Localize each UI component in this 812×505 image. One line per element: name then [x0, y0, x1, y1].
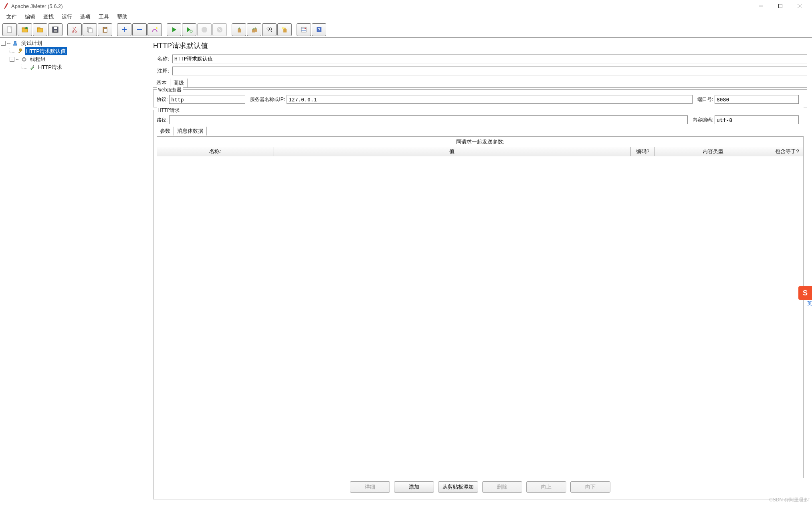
watermark: CSDN @阿里嘎多f	[769, 497, 810, 503]
menu-edit[interactable]: 编辑	[21, 12, 39, 21]
svg-point-29	[190, 30, 192, 32]
expand-icon[interactable]	[117, 23, 131, 36]
protocol-label: 协议:	[157, 96, 168, 103]
open-templates-icon[interactable]	[18, 23, 32, 36]
window-title: Apache JMeter (5.6.2)	[11, 3, 752, 9]
port-input[interactable]	[715, 95, 799, 104]
col-value[interactable]: 值	[273, 147, 631, 156]
svg-marker-44	[283, 27, 287, 29]
server-label: 服务器名称或IP:	[250, 96, 285, 103]
comment-input[interactable]	[172, 67, 807, 75]
tab-basic[interactable]: 基本	[153, 79, 170, 87]
open-icon[interactable]	[33, 23, 47, 36]
path-label: 路径:	[157, 117, 168, 123]
name-input[interactable]	[172, 55, 807, 63]
delete-button[interactable]: 删除	[482, 481, 522, 493]
col-include-eq[interactable]: 包含等于?	[771, 147, 803, 156]
panel-title: HTTP请求默认值	[153, 41, 807, 50]
tree-row-testplan[interactable]: − 测试计划	[1, 39, 147, 47]
clear-all-icon[interactable]	[247, 23, 261, 36]
stop-icon[interactable]	[197, 23, 212, 36]
svg-rect-4	[7, 27, 12, 32]
close-button[interactable]	[790, 0, 809, 12]
tree-row-http-defaults[interactable]: HTTP请求默认值	[1, 47, 147, 55]
cut-icon[interactable]	[67, 23, 82, 36]
title-bar: Apache JMeter (5.6.2)	[0, 0, 812, 12]
menu-options[interactable]: 选项	[76, 12, 95, 21]
save-icon[interactable]	[48, 23, 63, 36]
svg-rect-43	[283, 29, 287, 32]
encoding-input[interactable]	[715, 115, 799, 124]
ime-badge-icon[interactable]: S	[798, 286, 812, 300]
tree-toggle-icon[interactable]: −	[1, 41, 6, 46]
encoding-label: 内容编码:	[693, 117, 713, 123]
flask-icon	[12, 40, 18, 46]
tab-body[interactable]: 消息体数据	[174, 127, 207, 135]
app-window: Apache JMeter (5.6.2) 文件 编辑 查找 运行 选项 工具 …	[0, 0, 812, 505]
start-no-timers-icon[interactable]	[182, 23, 196, 36]
svg-rect-54	[33, 65, 34, 67]
detail-button[interactable]: 详细	[350, 481, 390, 493]
col-name[interactable]: 名称:	[157, 147, 273, 156]
menu-help[interactable]: 帮助	[113, 12, 131, 21]
svg-rect-33	[238, 29, 241, 32]
svg-point-26	[156, 27, 158, 29]
shutdown-icon[interactable]	[212, 23, 227, 36]
paste-icon[interactable]	[98, 23, 112, 36]
minimize-button[interactable]	[752, 0, 770, 12]
svg-rect-7	[22, 28, 25, 29]
svg-line-42	[271, 30, 272, 32]
maximize-button[interactable]	[771, 0, 790, 12]
protocol-input[interactable]	[169, 95, 245, 104]
tree-row-threadgroup[interactable]: − 线程组	[1, 55, 147, 63]
param-header-row: 名称: 值 编码? 内容类型 包含等于?	[157, 147, 803, 156]
main-split: − 测试计划 HTTP请求默认值 − 线程组 HTTP请求	[0, 38, 812, 505]
clear-icon[interactable]	[232, 23, 246, 36]
path-input[interactable]	[169, 115, 687, 124]
param-table-caption: 同请求一起发送参数:	[157, 137, 803, 147]
ime-sub-label: 英	[807, 300, 812, 307]
tree-row-http-request[interactable]: HTTP请求	[1, 63, 147, 71]
webserver-fieldset: Web服务器 协议: 服务器名称或IP: 端口号:	[153, 89, 807, 107]
add-button[interactable]: 添加	[394, 481, 434, 493]
menu-tools[interactable]: 工具	[95, 12, 113, 21]
help-icon[interactable]: ?	[312, 23, 326, 36]
tree-label: 测试计划	[20, 39, 43, 47]
svg-rect-10	[37, 28, 40, 29]
server-input[interactable]	[287, 95, 693, 104]
port-label: 端口号:	[697, 96, 713, 103]
tab-params[interactable]: 参数	[157, 127, 174, 135]
menu-search[interactable]: 查找	[39, 12, 58, 21]
up-button[interactable]: 向上	[526, 481, 566, 493]
tab-advanced[interactable]: 高级	[170, 79, 188, 87]
svg-marker-34	[238, 27, 241, 29]
new-icon[interactable]	[2, 23, 17, 36]
name-label: 名称:	[153, 55, 169, 63]
svg-point-53	[23, 59, 25, 60]
toggle-icon[interactable]	[147, 23, 162, 36]
svg-marker-30	[202, 27, 207, 32]
down-button[interactable]: 向下	[570, 481, 610, 493]
tree-panel[interactable]: − 测试计划 HTTP请求默认值 − 线程组 HTTP请求	[0, 38, 148, 505]
from-clipboard-button[interactable]: 从剪贴板添加	[438, 481, 478, 493]
param-table-body[interactable]	[157, 156, 803, 478]
comment-row: 注释:	[153, 67, 807, 75]
copy-icon[interactable]	[83, 23, 97, 36]
function-helper-icon[interactable]	[297, 23, 311, 36]
reset-search-icon[interactable]	[277, 23, 292, 36]
svg-marker-38	[254, 27, 257, 29]
svg-point-8	[25, 27, 28, 29]
svg-rect-22	[104, 29, 107, 32]
start-icon[interactable]	[167, 23, 181, 36]
search-icon[interactable]	[262, 23, 277, 36]
menu-bar: 文件 编辑 查找 运行 选项 工具 帮助	[0, 12, 812, 22]
comment-label: 注释:	[153, 67, 169, 75]
col-content-type[interactable]: 内容类型	[655, 147, 771, 156]
menu-file[interactable]: 文件	[2, 12, 21, 21]
collapse-icon[interactable]	[132, 23, 147, 36]
tree-toggle-icon[interactable]: −	[10, 57, 14, 62]
col-encode[interactable]: 编码?	[631, 147, 655, 156]
menu-run[interactable]: 运行	[58, 12, 76, 21]
toolbar: ?	[0, 22, 812, 38]
httprequest-legend: HTTP请求	[157, 107, 804, 114]
